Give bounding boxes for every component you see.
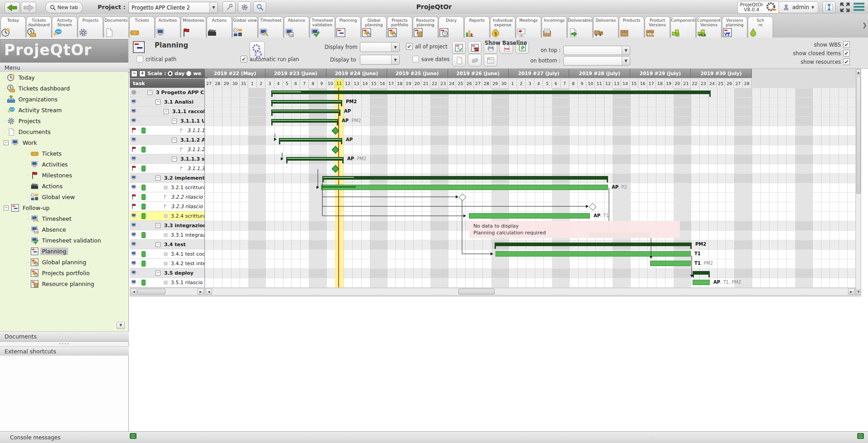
show-closed-items-checkbox[interactable]: show closed items✔ (793, 50, 850, 57)
collapse-icon[interactable]: − (147, 90, 152, 95)
gantt-summary-bar[interactable] (271, 110, 340, 113)
tab-actions[interactable]: Actions (207, 16, 232, 38)
more-tabs-icon[interactable]: ❯ (862, 22, 867, 29)
task-row[interactable]: ⠿−3.1 Analisi (130, 97, 204, 107)
scale-week-radio[interactable] (186, 71, 191, 76)
task-list-hscrollbar[interactable]: ◀ ▶ (130, 288, 205, 295)
tab-global-view[interactable]: Global view (232, 16, 258, 38)
tab-timesheet[interactable]: Timesheet (258, 16, 283, 38)
task-row[interactable]: ⠿3.4.2 test integraz (130, 259, 204, 268)
project-select[interactable]: Progetto APP Cliente 2 ▼ (128, 2, 218, 13)
task-row[interactable]: ⠿3.1.1.3.1 do (130, 164, 204, 173)
settings-button[interactable] (238, 1, 251, 13)
gantt-milestone-diamond[interactable] (459, 194, 467, 201)
gantt-vscrollbar[interactable]: ▲ ▼ (855, 69, 861, 295)
tab-reports[interactable]: Reports (464, 16, 490, 38)
tab-tickets[interactable]: Tickets (129, 16, 155, 38)
task-row[interactable]: ⠿3.3.1 integrazione (130, 230, 204, 240)
tab-projects[interactable]: Projects (78, 16, 103, 38)
gantt-milestone-diamond[interactable] (589, 203, 597, 211)
sidebar-item-global-view[interactable]: ┈Global view (0, 191, 128, 202)
gantt-bar[interactable] (321, 185, 608, 190)
tab-documents[interactable]: Documents (104, 16, 129, 38)
tab-versions-planning[interactable]: VersionsplanningV1 (722, 16, 747, 38)
display-to-select[interactable]: ▼ (360, 55, 400, 65)
sidebar-item-today[interactable]: ┈Today (0, 72, 128, 83)
show-resources-checkbox[interactable]: show resources✔ (801, 58, 850, 65)
tab-today[interactable]: Today (0, 16, 26, 38)
sidebar-collapse-grip[interactable] (130, 433, 137, 439)
user-menu[interactable]: admin ▼ (778, 1, 818, 13)
tab-planning[interactable]: Planning (335, 16, 361, 38)
tab-activities[interactable]: Activities (155, 16, 180, 38)
eraser-button[interactable] (468, 54, 481, 67)
sidebar-item-projects[interactable]: ┈Projects (0, 115, 128, 126)
tab-milestones[interactable]: Milestones (181, 16, 206, 38)
scale-day-radio[interactable] (168, 71, 173, 76)
task-row[interactable]: ⠿3.2.2 rilascio codic (130, 192, 204, 202)
zoom-out-button[interactable]: − (131, 71, 137, 77)
task-row[interactable]: ⠿−3.1.1.1 Use Ca (130, 116, 204, 126)
zoom-in-button[interactable]: + (139, 71, 146, 77)
back-button[interactable] (5, 2, 20, 13)
sidebar-item-follow-up[interactable]: −Follow-up (0, 202, 128, 213)
gantt-bar[interactable] (469, 213, 590, 219)
sidebar-item-global-planning[interactable]: ┈Global planning (0, 257, 128, 267)
sidebar-item-absence[interactable]: ┈31Absence (0, 224, 128, 235)
new-tab-button[interactable]: New tab (45, 2, 83, 13)
collapse-icon[interactable]: − (156, 100, 160, 105)
baseline-top-select[interactable]: ▼ (563, 46, 630, 55)
tab-product-versions[interactable]: ProductVersionsV1.0 (645, 16, 670, 38)
tab-sch-re[interactable]: Schre (748, 16, 773, 38)
tab-incomings[interactable]: Incomings (542, 16, 567, 38)
collapse-icon[interactable]: − (156, 242, 160, 247)
gantt-summary-bar[interactable] (271, 119, 338, 123)
collapse-icon[interactable]: − (156, 271, 160, 276)
gantt-summary-bar[interactable] (271, 91, 711, 94)
task-row[interactable]: ⠿−3.1.1.2 Activit (130, 135, 204, 145)
sidebar-item-timesheet[interactable]: ┈Timesheet (0, 213, 128, 224)
task-row[interactable]: ⠿−3 Progetto APP Cliente (130, 88, 204, 97)
sidebar-item-milestones[interactable]: ┈Milestones (0, 170, 128, 181)
sidebar-item-timesheet-validation[interactable]: ┈Timesheet validation (0, 235, 128, 246)
tab-deliveries[interactable]: Deliveries (593, 16, 618, 38)
task-row[interactable]: ⠿−3.1.1.3 stesu (130, 154, 204, 164)
show-wbs-checkbox[interactable]: show WBS✔ (814, 41, 850, 48)
sidebar-item-work[interactable]: −Work (0, 137, 128, 148)
external-shortcuts-panel-header[interactable]: External shortcuts (0, 346, 137, 357)
collapse-icon[interactable]: − (172, 119, 177, 124)
task-row[interactable]: ⠿−3.3 integrazione (130, 221, 204, 230)
page-button[interactable] (452, 54, 466, 67)
sidebar-item-planning[interactable]: ┈Planning (0, 246, 128, 257)
tab-global-planning[interactable]: Globalplanning (361, 16, 387, 38)
gantt-summary-bar[interactable] (495, 243, 692, 246)
forward-button[interactable] (21, 2, 36, 13)
task-row[interactable]: ⠿3.2.3 rilascio codic (130, 202, 204, 211)
task-row[interactable]: ⠿−3.4 test (130, 240, 204, 249)
menu-scroll-down-button[interactable]: ▼ (117, 322, 125, 329)
task-row[interactable]: ⠿−3.5 deploy (130, 268, 204, 278)
right-collapse-grip[interactable] (857, 433, 864, 439)
sidebar-item-actions[interactable]: ┈Actions (0, 181, 128, 191)
sidebar-item-organizations[interactable]: ┈Organizations (0, 94, 128, 105)
gantt-summary-bar[interactable] (286, 157, 344, 161)
menu-panel-header[interactable]: Menu (0, 62, 137, 73)
collapse-icon[interactable]: − (156, 223, 160, 228)
collapse-icon[interactable]: − (172, 138, 177, 143)
tab-absence[interactable]: Absence31 (284, 16, 309, 38)
tab-activity-stream[interactable]: ActivityStream (52, 16, 77, 38)
tab-meetings[interactable]: Meetings (516, 16, 541, 38)
display-from-select[interactable]: ▼ (360, 42, 400, 52)
gantt-summary-bar[interactable] (693, 271, 710, 275)
sidebar-item-tickets-dashboard[interactable]: ┈Tickets dashboard (0, 83, 128, 94)
task-row[interactable]: ⠿3.1.1.1.1 do (130, 126, 204, 135)
tab-timesheet-validation[interactable]: Timesheetvalidation (310, 16, 335, 38)
critical-path-checkbox[interactable]: critical path (137, 56, 176, 62)
collapse-icon[interactable]: − (4, 140, 9, 145)
tab-individual-expense[interactable]: Individualexpense$ (490, 16, 515, 38)
sidebar-item-documents[interactable]: ┈Documents (0, 126, 128, 137)
menu-toggle-button[interactable] (854, 2, 864, 12)
gantt-summary-bar[interactable] (271, 100, 342, 104)
search-button[interactable] (253, 1, 266, 13)
edit-project-button[interactable] (222, 1, 236, 13)
